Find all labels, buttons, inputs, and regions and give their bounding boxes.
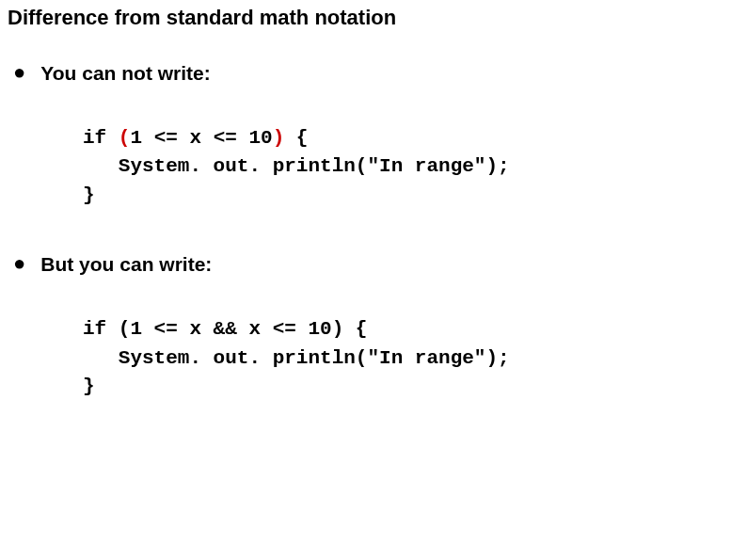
- code2-line-2: System. out. println("In range");: [83, 344, 739, 373]
- code-block-valid: if (1 <= x && x <= 10) { System. out. pr…: [83, 315, 739, 401]
- code-line-2: System. out. println("In range");: [83, 152, 739, 181]
- bullet-text-2: But you can write:: [40, 253, 212, 276]
- page-title: Difference from standard math notation: [8, 6, 739, 30]
- code-rparen: ): [273, 127, 285, 149]
- bullet-dot-icon: ●: [13, 253, 25, 274]
- code-block-invalid: if (1 <= x <= 10) { System. out. println…: [83, 124, 739, 210]
- bullet-item-1: ● You can not write:: [8, 62, 739, 85]
- bullet-dot-icon: ●: [13, 62, 25, 83]
- code-line-3: }: [83, 182, 739, 210]
- bullet-text-1: You can not write:: [40, 62, 210, 85]
- bullet-item-2: ● But you can write:: [8, 253, 739, 276]
- code-brace-open: {: [284, 127, 308, 149]
- code2-line-1: if (1 <= x && x <= 10) {: [83, 315, 739, 344]
- code-expr: 1 <= x <= 10: [130, 127, 272, 149]
- code-lparen: (: [119, 127, 131, 149]
- code-if: if: [83, 127, 119, 149]
- code2-line-3: }: [83, 373, 739, 401]
